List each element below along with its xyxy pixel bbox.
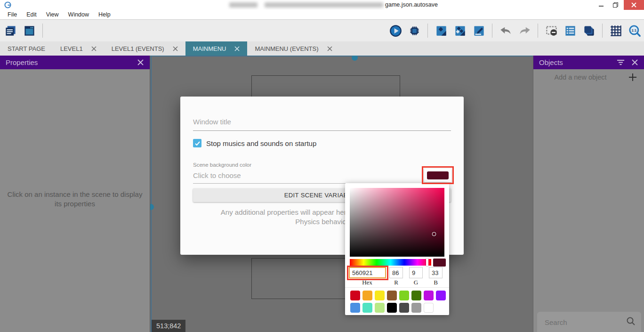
tabbar: START PAGE LEVEL1 LEVEL1 (EVENTS) MAINME… <box>0 41 644 56</box>
preset-color-swatch[interactable] <box>375 303 385 313</box>
preset-color-swatch[interactable] <box>362 291 372 300</box>
tab-level1[interactable]: LEVEL1 <box>53 41 104 56</box>
preset-swatches-row <box>350 303 434 313</box>
objects-editor-icon <box>435 24 448 37</box>
close-window-button[interactable] <box>624 0 644 10</box>
objects-panel-header: Objects <box>533 56 644 69</box>
search-input[interactable] <box>545 316 615 328</box>
saturation-marker[interactable] <box>432 232 436 236</box>
annotation-box-color-swatch <box>422 166 454 184</box>
preset-color-swatch[interactable] <box>387 303 397 313</box>
preset-color-swatch[interactable] <box>424 303 434 313</box>
toolbar-separator <box>492 24 492 38</box>
restore-button[interactable] <box>608 0 622 10</box>
hue-slider-handle[interactable] <box>426 259 428 266</box>
objects-panel: Objects Add a new object <box>533 56 644 332</box>
preset-color-swatch[interactable] <box>399 303 409 313</box>
grid-button[interactable] <box>608 22 623 39</box>
red-input[interactable] <box>389 267 403 278</box>
project-manager-button[interactable] <box>3 22 18 39</box>
redo-button[interactable] <box>517 22 532 39</box>
layers-editor-button[interactable] <box>581 22 596 39</box>
menu-edit[interactable]: Edit <box>22 10 41 19</box>
properties-panel-header: Properties <box>0 56 150 69</box>
window-title-text: game.json.autosave <box>385 1 438 8</box>
preset-color-swatch[interactable] <box>411 291 421 300</box>
preset-color-swatch[interactable] <box>399 291 409 300</box>
close-icon <box>234 46 240 51</box>
toolbar-separator <box>538 24 538 38</box>
window-title-field[interactable] <box>193 118 451 126</box>
preset-color-swatch[interactable] <box>350 291 360 300</box>
tab-mainmenu-events[interactable]: MAINMENU (EVENTS) <box>247 41 339 56</box>
minimize-button[interactable] <box>594 0 608 10</box>
tab-level1-events[interactable]: LEVEL1 (EVENTS) <box>104 41 185 56</box>
search-icon <box>626 316 636 328</box>
properties-empty-message: Click on an instance in the scene to dis… <box>0 190 150 209</box>
annotation-box-hex-input <box>347 266 388 280</box>
toolbar-separator <box>602 24 603 38</box>
object-groups-button[interactable] <box>452 22 467 39</box>
preview-button[interactable] <box>388 22 403 39</box>
close-icon <box>137 59 144 66</box>
tab-close-button[interactable] <box>173 46 178 51</box>
selection-edge-top <box>150 56 533 57</box>
preset-color-swatch[interactable] <box>387 291 397 300</box>
menu-window[interactable]: Window <box>64 10 94 19</box>
delete-selection-button[interactable] <box>544 22 559 39</box>
gdevelop-logo-icon <box>4 1 12 9</box>
tab-start-page[interactable]: START PAGE <box>0 41 53 56</box>
close-properties-button[interactable] <box>137 59 144 66</box>
add-object-button[interactable] <box>628 73 637 82</box>
tab-close-button[interactable] <box>327 46 332 51</box>
scene-properties-button[interactable] <box>471 22 486 39</box>
green-input[interactable] <box>409 267 423 278</box>
bg-color-label: Scene background color <box>193 162 251 168</box>
selection-edge-left <box>151 56 152 332</box>
minimize-icon <box>598 2 604 8</box>
checkmark-icon <box>194 140 201 146</box>
preset-color-swatch[interactable] <box>362 303 372 313</box>
menu-file[interactable]: File <box>3 10 22 19</box>
close-objects-button[interactable] <box>631 59 638 66</box>
menu-view[interactable]: View <box>41 10 64 19</box>
start-page-button[interactable] <box>22 22 37 39</box>
restore-icon <box>612 2 619 8</box>
app-window: game.json.autosave File Edit View Window… <box>0 0 644 332</box>
stop-sounds-row: Stop musics and sounds on startup <box>193 139 316 147</box>
undo-icon <box>499 24 512 37</box>
properties-panel: Properties Click on an instance in the s… <box>0 56 150 332</box>
debug-button[interactable] <box>407 22 422 39</box>
menu-help[interactable]: Help <box>94 10 115 19</box>
project-manager-icon <box>4 24 17 37</box>
preset-color-swatch[interactable] <box>350 303 360 313</box>
preset-color-swatch[interactable] <box>375 291 385 300</box>
saturation-brightness-area[interactable] <box>350 188 444 257</box>
filter-objects-button[interactable] <box>617 59 625 66</box>
tab-close-button[interactable] <box>234 46 240 51</box>
add-object-row: Add a new object <box>533 73 644 84</box>
properties-panel-title: Properties <box>6 58 130 66</box>
picker-divider <box>345 287 449 288</box>
tab-close-button[interactable] <box>91 46 97 51</box>
bg-color-field[interactable] <box>193 171 414 179</box>
instances-list-button[interactable] <box>563 22 578 39</box>
stop-sounds-label: Stop musics and sounds on startup <box>206 139 316 147</box>
preset-color-swatch[interactable] <box>411 303 421 313</box>
preset-color-swatch[interactable] <box>424 291 434 300</box>
objects-editor-button[interactable] <box>434 22 449 39</box>
scene-properties-edit-icon <box>473 24 485 37</box>
blue-input[interactable] <box>429 267 443 278</box>
hue-slider[interactable] <box>350 259 431 266</box>
zoom-1-1-icon: 1:1 <box>628 24 641 37</box>
tab-label: MAINMENU <box>193 45 226 52</box>
debug-icon <box>408 24 421 37</box>
resize-handle-left[interactable] <box>150 204 154 210</box>
redacted-title-segment <box>229 2 258 8</box>
preset-color-swatch[interactable] <box>436 291 446 300</box>
undo-button[interactable] <box>498 22 513 39</box>
stop-sounds-checkbox[interactable] <box>193 139 201 147</box>
tab-mainmenu[interactable]: MAINMENU <box>185 41 248 56</box>
resize-handle-top[interactable] <box>352 56 358 61</box>
zoom-reset-button[interactable]: 1:1 <box>627 22 642 39</box>
